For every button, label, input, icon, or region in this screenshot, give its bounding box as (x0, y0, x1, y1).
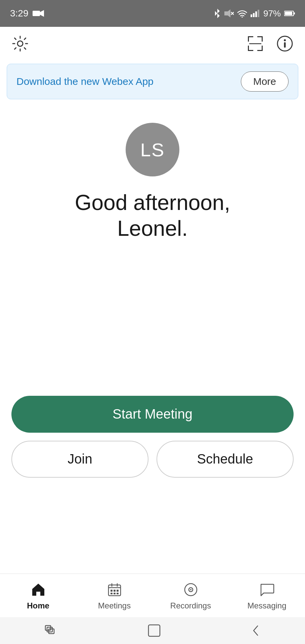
svg-rect-35 (117, 593, 119, 594)
scan-button[interactable] (245, 34, 265, 54)
svg-point-38 (190, 589, 191, 590)
svg-point-25 (284, 39, 286, 41)
svg-marker-1 (40, 10, 44, 17)
svg-rect-33 (111, 593, 113, 594)
nav-home-label: Home (27, 601, 49, 610)
svg-rect-24 (284, 42, 286, 48)
svg-point-13 (17, 41, 23, 46)
main-content: LS Good afternoon, Leonel. Start Meeting… (0, 103, 305, 478)
recordings-icon (182, 581, 200, 598)
info-icon (276, 35, 294, 52)
svg-rect-12 (294, 12, 295, 14)
svg-rect-0 (33, 11, 40, 16)
gear-icon (11, 35, 29, 52)
svg-rect-31 (114, 590, 116, 592)
svg-rect-17 (262, 36, 263, 42)
messaging-icon (258, 581, 276, 598)
banner-text: Download the new Webex App (16, 76, 154, 87)
svg-rect-11 (285, 12, 292, 15)
nav-messaging-label: Messaging (247, 601, 286, 610)
info-button[interactable] (275, 34, 295, 54)
svg-rect-41 (49, 629, 54, 634)
bluetooth-icon (214, 8, 221, 18)
action-buttons: Start Meeting Join Schedule (11, 396, 294, 478)
nav-meetings-label: Meetings (98, 601, 131, 610)
secondary-buttons: Join Schedule (11, 441, 294, 478)
nav-recordings[interactable]: Recordings (152, 581, 229, 610)
svg-rect-42 (148, 625, 160, 636)
greeting-text: Good afternoon, Leonel. (75, 190, 230, 241)
svg-rect-9 (258, 10, 259, 17)
nav-messaging[interactable]: Messaging (229, 581, 305, 610)
svg-point-5 (242, 16, 243, 17)
download-banner: Download the new Webex App More (7, 64, 298, 99)
svg-rect-7 (253, 13, 255, 17)
svg-rect-21 (262, 46, 263, 51)
svg-rect-6 (251, 14, 252, 17)
more-button[interactable]: More (241, 71, 289, 92)
bottom-nav: Home Meetings (0, 574, 305, 617)
svg-rect-39 (45, 626, 51, 630)
recent-icon (45, 625, 58, 636)
back-button[interactable] (250, 624, 260, 637)
avatar: LS (126, 123, 179, 176)
signal-icon (251, 10, 260, 17)
nav-recordings-label: Recordings (170, 601, 211, 610)
battery-icon (284, 10, 295, 16)
recent-apps-button[interactable] (45, 625, 58, 636)
svg-rect-8 (255, 11, 257, 17)
mute-icon (224, 9, 234, 18)
header (0, 27, 305, 60)
back-icon (250, 624, 260, 637)
join-button[interactable]: Join (11, 441, 148, 478)
meetings-icon (106, 581, 123, 598)
svg-rect-34 (114, 593, 116, 594)
home-icon (30, 581, 47, 598)
svg-rect-19 (248, 46, 249, 51)
status-bar: 3:29 97% (0, 0, 305, 27)
nav-home[interactable]: Home (0, 581, 76, 610)
wifi-icon (237, 9, 247, 17)
svg-rect-30 (111, 590, 113, 592)
nav-meetings[interactable]: Meetings (76, 581, 152, 610)
video-icon (33, 9, 44, 17)
status-time: 3:29 (10, 8, 29, 19)
schedule-button[interactable]: Schedule (157, 441, 294, 478)
system-nav (0, 617, 305, 644)
home-circle-icon (147, 624, 161, 637)
home-circle-button[interactable] (147, 624, 161, 637)
svg-rect-15 (248, 36, 249, 42)
scan-icon (247, 35, 264, 52)
svg-rect-32 (117, 590, 119, 592)
svg-rect-40 (47, 627, 52, 632)
start-meeting-button[interactable]: Start Meeting (11, 396, 294, 433)
battery-percent: 97% (263, 8, 281, 19)
svg-rect-22 (249, 43, 261, 44)
svg-marker-2 (224, 9, 230, 17)
settings-button[interactable] (10, 34, 30, 54)
